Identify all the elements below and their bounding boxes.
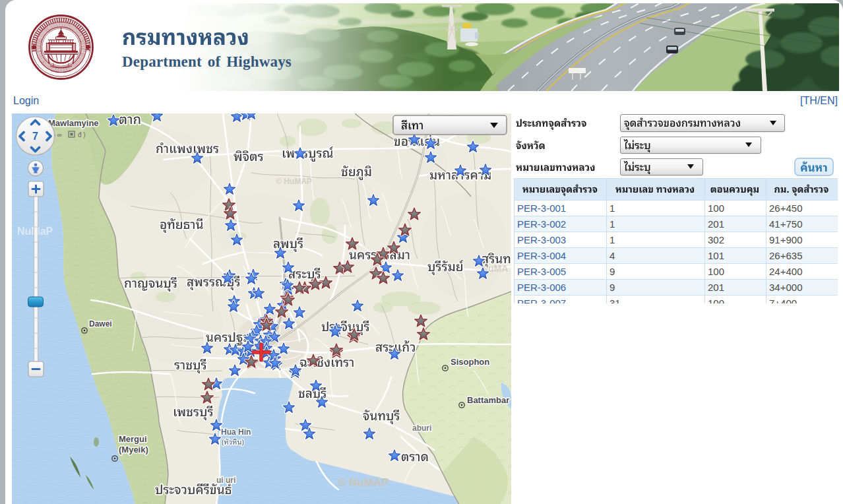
svg-text:ui uri: ui uri xyxy=(216,476,235,485)
svg-text:Hua Hin: Hua Hin xyxy=(221,427,251,437)
svg-text:Mergui: Mergui xyxy=(119,434,147,444)
svg-text:Mawlamyine: Mawlamyine xyxy=(48,118,99,128)
svg-text:Sisophon: Sisophon xyxy=(451,357,489,367)
svg-text:© HuMAP: © HuMAP xyxy=(276,177,312,186)
svg-text:7: 7 xyxy=(32,131,38,142)
svg-text:© NuMAP: © NuMAP xyxy=(338,476,389,489)
svg-text:d́ ): d́ ) xyxy=(78,131,86,139)
svg-text:aburi: aburi xyxy=(412,424,431,433)
svg-text:Dawei: Dawei xyxy=(89,319,112,329)
svg-text:(Myeik): (Myeik) xyxy=(119,445,148,455)
svg-text:Battambar: Battambar xyxy=(467,395,509,405)
